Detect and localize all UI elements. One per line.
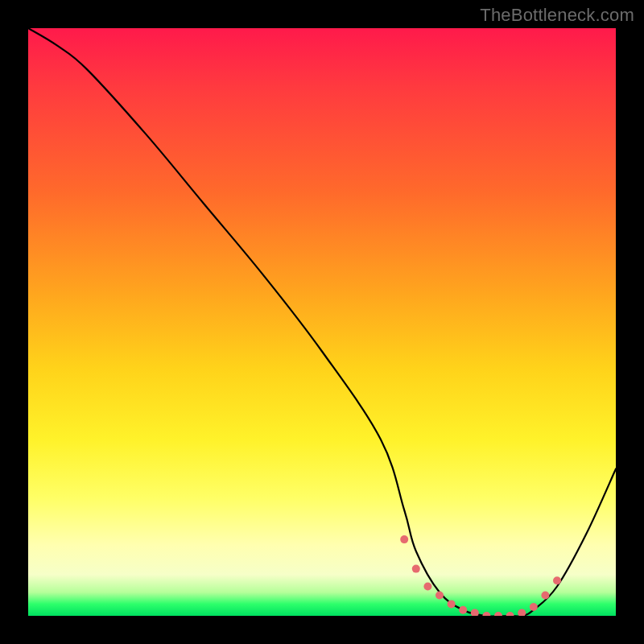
- valley-dot: [494, 612, 502, 616]
- bottleneck-curve: [28, 28, 616, 616]
- watermark-text: TheBottleneck.com: [480, 5, 634, 26]
- valley-dot: [400, 535, 408, 543]
- valley-dot: [541, 592, 549, 600]
- valley-dot: [459, 606, 467, 614]
- valley-dot: [412, 565, 420, 573]
- valley-dots-group: [400, 535, 561, 616]
- valley-dot: [506, 612, 514, 616]
- chart-stage: TheBottleneck.com: [0, 0, 644, 644]
- valley-dot: [518, 609, 526, 616]
- valley-dot: [423, 583, 431, 591]
- valley-dot: [471, 609, 479, 616]
- curve-layer: [28, 28, 616, 616]
- valley-dot: [448, 600, 456, 608]
- valley-dot: [436, 592, 444, 600]
- valley-dot: [553, 576, 561, 584]
- valley-dot: [482, 612, 490, 616]
- valley-dot: [530, 603, 538, 611]
- plot-area: [28, 28, 616, 616]
